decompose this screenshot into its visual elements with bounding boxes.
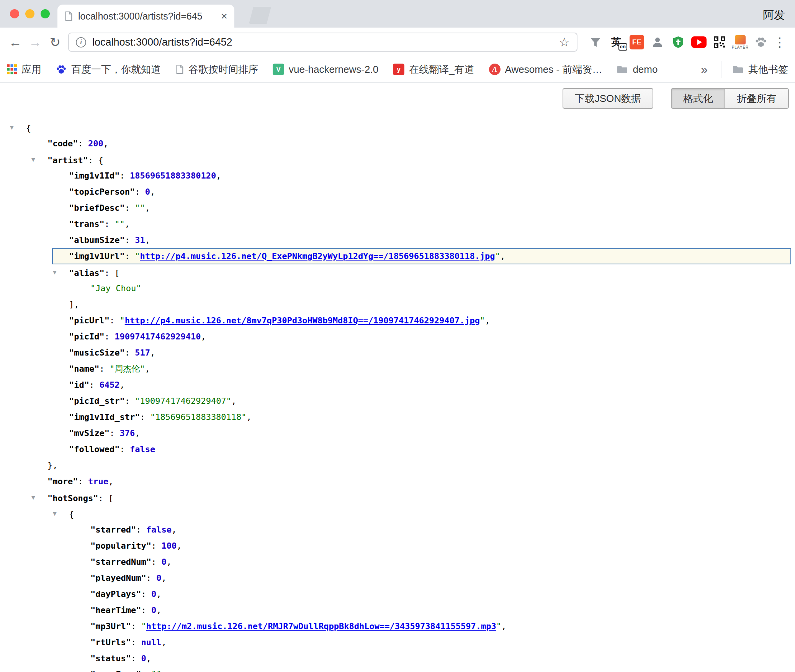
json-comma: , bbox=[201, 332, 206, 341]
json-open-bracket: [ bbox=[108, 493, 113, 503]
json-line: "mp3Url": "http://m2.music.126.net/RMJR7… bbox=[0, 618, 795, 634]
json-comma: , bbox=[145, 235, 150, 245]
json-quote: " bbox=[495, 251, 500, 261]
apps-grid-icon bbox=[7, 64, 17, 74]
back-button[interactable]: ← bbox=[5, 32, 25, 52]
json-link[interactable]: http://m2.music.126.net/RMJR7wDullRqppBk… bbox=[146, 621, 496, 631]
json-number: 100 bbox=[161, 541, 177, 551]
collapse-all-button[interactable]: 折叠所有 bbox=[725, 88, 789, 109]
browser-tab[interactable]: localhost:3000/artists?id=645 × bbox=[57, 5, 234, 28]
bookmark-awesomes[interactable]: A Awesomes - 前端资… bbox=[489, 63, 602, 76]
json-key: "musicSize" bbox=[69, 348, 125, 357]
folder-icon bbox=[732, 65, 744, 74]
bookmark-google-sort[interactable]: 谷歌按时间排序 bbox=[175, 63, 258, 76]
json-line: "rtUrls": null, bbox=[0, 634, 795, 651]
qrcode-icon bbox=[714, 36, 725, 48]
window-zoom-button[interactable] bbox=[41, 9, 50, 18]
json-key: "picId_str" bbox=[69, 396, 125, 406]
qrcode-extension-button[interactable] bbox=[711, 31, 728, 53]
json-bool: true bbox=[88, 477, 108, 486]
json-number: 0 bbox=[145, 187, 150, 197]
profile-name[interactable]: 阿发 bbox=[763, 8, 785, 23]
json-key: "mvSize" bbox=[69, 428, 110, 438]
bookmarks-overflow-icon[interactable]: » bbox=[701, 62, 708, 77]
format-button[interactable]: 格式化 bbox=[671, 88, 725, 109]
page-favicon-icon bbox=[64, 11, 73, 21]
json-line: "briefDesc": "", bbox=[0, 200, 795, 216]
browser-menu-button[interactable]: ⋮ bbox=[770, 32, 790, 52]
json-string: "18569651883380118" bbox=[150, 412, 247, 422]
bookmark-youdao[interactable]: y 在线翻译_有道 bbox=[393, 63, 474, 76]
json-key: "artist" bbox=[47, 156, 88, 165]
json-link[interactable]: http://p4.music.126.net/Q_ExePNkmgB2yWyL… bbox=[140, 251, 495, 261]
bookmark-demo-folder[interactable]: demo bbox=[617, 64, 658, 75]
new-tab-button[interactable] bbox=[249, 7, 271, 24]
json-string: "19097417462929407" bbox=[135, 396, 231, 406]
download-json-button[interactable]: 下载JSON数据 bbox=[563, 88, 653, 109]
json-quote: " bbox=[496, 621, 501, 631]
url-text[interactable]: localhost:3000/artists?id=6452 bbox=[92, 36, 553, 48]
json-number: 6452 bbox=[99, 380, 119, 390]
paw-extension-button[interactable] bbox=[752, 31, 770, 53]
window-close-button[interactable] bbox=[10, 9, 19, 18]
json-comma: , bbox=[135, 428, 140, 438]
bookmark-label: demo bbox=[633, 64, 658, 75]
player-extension-button[interactable]: PLAYER bbox=[731, 31, 749, 53]
json-comma: , bbox=[150, 187, 155, 197]
json-comma: , bbox=[161, 638, 166, 647]
collapse-arrow-icon[interactable]: ▼ bbox=[31, 490, 47, 506]
json-line: ▼"artist": { bbox=[0, 152, 795, 168]
json-colon: : bbox=[105, 268, 115, 278]
forward-button[interactable]: → bbox=[25, 32, 45, 52]
collapse-arrow-icon[interactable]: ▼ bbox=[10, 120, 26, 136]
json-comma: , bbox=[501, 621, 506, 631]
reload-button[interactable]: ↻ bbox=[45, 32, 65, 52]
json-line: ▼{ bbox=[0, 506, 795, 522]
bookmark-star-icon[interactable]: ☆ bbox=[559, 35, 570, 49]
address-bar[interactable]: i localhost:3000/artists?id=6452 ☆ bbox=[68, 33, 577, 52]
funnel-extension-button[interactable] bbox=[587, 31, 604, 53]
bookmark-apps[interactable]: 应用 bbox=[7, 63, 41, 76]
json-key: "popularity" bbox=[90, 541, 151, 551]
bookmark-baidu[interactable]: 百度一下，你就知道 bbox=[56, 63, 161, 76]
json-comma: , bbox=[146, 654, 151, 663]
translate-extension-button[interactable]: 英 en bbox=[607, 31, 625, 53]
json-key: "more" bbox=[47, 477, 78, 486]
json-line: "popularity": 100, bbox=[0, 538, 795, 554]
window-minimize-button[interactable] bbox=[25, 9, 34, 18]
youtube-extension-button[interactable] bbox=[690, 31, 708, 53]
collapse-arrow-icon[interactable]: ▼ bbox=[53, 506, 69, 522]
json-comma: , bbox=[161, 670, 166, 672]
json-colon: : bbox=[125, 203, 135, 213]
json-string: "Jay Chou" bbox=[90, 284, 141, 293]
json-key: "starred" bbox=[90, 525, 136, 534]
tab-title: localhost:3000/artists?id=645 bbox=[78, 11, 215, 22]
json-key: "mp3Url" bbox=[90, 621, 131, 631]
other-bookmarks-folder[interactable]: 其他书签 bbox=[721, 61, 788, 78]
json-link[interactable]: http://p4.music.126.net/8mv7qP30Pd3oHW8b… bbox=[125, 316, 480, 325]
bookmark-vue-hackernews[interactable]: V vue-hackernews-2.0 bbox=[273, 64, 378, 75]
json-open-bracket: { bbox=[26, 123, 31, 133]
json-colon: : bbox=[89, 380, 100, 390]
tab-close-icon[interactable]: × bbox=[221, 10, 227, 22]
shield-extension-button[interactable] bbox=[669, 31, 687, 53]
reload-icon: ↻ bbox=[50, 34, 61, 50]
json-line: ▼"hotSongs": [ bbox=[0, 490, 795, 506]
collapse-arrow-icon[interactable]: ▼ bbox=[31, 152, 47, 168]
json-colon: : bbox=[78, 477, 88, 486]
json-line: ▼{ bbox=[0, 120, 795, 136]
collapse-arrow-icon[interactable]: ▼ bbox=[53, 264, 69, 280]
paw-icon bbox=[755, 36, 767, 48]
json-colon: : bbox=[125, 251, 135, 261]
json-key: "img1v1Url" bbox=[69, 251, 125, 261]
json-key: "name" bbox=[69, 364, 99, 374]
json-bool: false bbox=[146, 525, 172, 534]
json-comma: , bbox=[485, 316, 490, 325]
info-icon[interactable]: i bbox=[76, 37, 86, 48]
json-line: "musicSize": 517, bbox=[0, 345, 795, 361]
json-key: "img1v1Id_str" bbox=[69, 412, 140, 422]
profile-extension-button[interactable] bbox=[649, 31, 666, 53]
json-colon: : bbox=[131, 621, 141, 631]
fe-extension-button[interactable]: FE bbox=[628, 31, 646, 53]
json-colon: : bbox=[125, 396, 135, 406]
